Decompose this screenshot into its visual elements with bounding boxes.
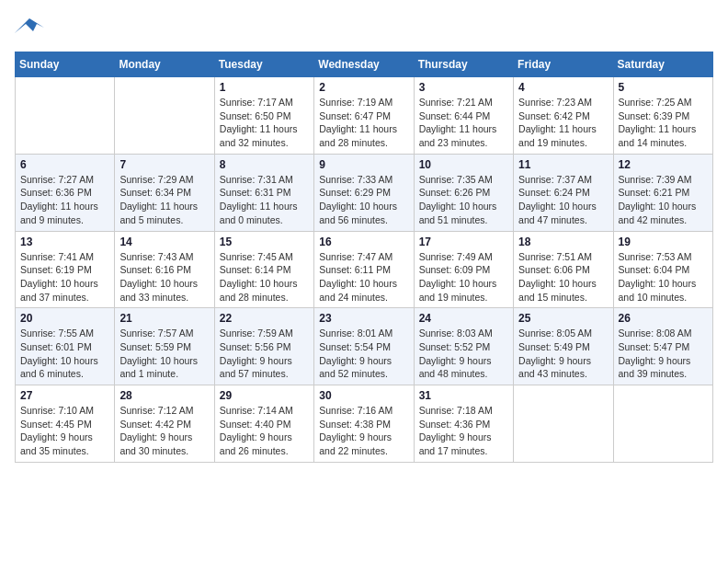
day-info: Sunrise: 7:21 AM Sunset: 6:44 PM Dayligh… [419, 96, 508, 150]
calendar-cell [514, 385, 613, 463]
calendar-cell: 20Sunrise: 7:55 AM Sunset: 6:01 PM Dayli… [16, 308, 115, 385]
calendar-cell [16, 77, 115, 155]
day-info: Sunrise: 7:57 AM Sunset: 5:59 PM Dayligh… [119, 327, 209, 381]
day-info: Sunrise: 7:39 AM Sunset: 6:21 PM Dayligh… [619, 173, 708, 227]
calendar-cell: 27Sunrise: 7:10 AM Sunset: 4:45 PM Dayli… [16, 385, 115, 463]
logo [15, 15, 48, 40]
day-number: 17 [419, 236, 508, 248]
day-number: 10 [419, 158, 508, 171]
calendar-cell: 30Sunrise: 7:16 AM Sunset: 4:38 PM Dayli… [314, 385, 414, 463]
calendar-week-row: 6Sunrise: 7:27 AM Sunset: 6:36 PM Daylig… [16, 154, 713, 231]
day-number: 29 [220, 389, 309, 402]
day-info: Sunrise: 7:59 AM Sunset: 5:56 PM Dayligh… [220, 327, 309, 381]
calendar-cell: 18Sunrise: 7:51 AM Sunset: 6:06 PM Dayli… [514, 231, 613, 308]
calendar-body: 1Sunrise: 7:17 AM Sunset: 6:50 PM Daylig… [16, 77, 713, 463]
calendar-cell: 21Sunrise: 7:57 AM Sunset: 5:59 PM Dayli… [115, 308, 214, 385]
calendar-cell: 8Sunrise: 7:31 AM Sunset: 6:31 PM Daylig… [214, 154, 313, 231]
day-info: Sunrise: 7:55 AM Sunset: 6:01 PM Dayligh… [20, 327, 109, 381]
calendar-cell: 15Sunrise: 7:45 AM Sunset: 6:14 PM Dayli… [214, 231, 313, 308]
calendar-cell: 4Sunrise: 7:23 AM Sunset: 6:42 PM Daylig… [514, 77, 613, 155]
calendar-cell: 28Sunrise: 7:12 AM Sunset: 4:42 PM Dayli… [115, 385, 214, 463]
calendar-cell: 19Sunrise: 7:53 AM Sunset: 6:04 PM Dayli… [613, 231, 712, 308]
col-saturday: Saturday [613, 52, 712, 77]
day-number: 19 [619, 236, 708, 248]
day-info: Sunrise: 7:16 AM Sunset: 4:38 PM Dayligh… [319, 404, 408, 458]
day-info: Sunrise: 8:05 AM Sunset: 5:49 PM Dayligh… [518, 327, 608, 381]
day-number: 4 [518, 81, 608, 94]
day-number: 13 [20, 236, 109, 248]
day-info: Sunrise: 7:33 AM Sunset: 6:29 PM Dayligh… [319, 173, 408, 227]
calendar-cell: 22Sunrise: 7:59 AM Sunset: 5:56 PM Dayli… [214, 308, 313, 385]
col-friday: Friday [514, 52, 613, 77]
day-number: 16 [319, 236, 408, 248]
day-info: Sunrise: 7:17 AM Sunset: 6:50 PM Dayligh… [220, 96, 309, 150]
day-number: 9 [319, 158, 408, 171]
calendar-week-row: 1Sunrise: 7:17 AM Sunset: 6:50 PM Daylig… [16, 77, 713, 155]
day-info: Sunrise: 7:23 AM Sunset: 6:42 PM Dayligh… [518, 96, 608, 150]
calendar-cell: 3Sunrise: 7:21 AM Sunset: 6:44 PM Daylig… [414, 77, 513, 155]
day-info: Sunrise: 7:25 AM Sunset: 6:39 PM Dayligh… [619, 96, 708, 150]
day-number: 11 [518, 158, 608, 171]
day-info: Sunrise: 7:27 AM Sunset: 6:36 PM Dayligh… [20, 173, 109, 227]
day-info: Sunrise: 7:41 AM Sunset: 6:19 PM Dayligh… [20, 250, 109, 304]
day-info: Sunrise: 7:14 AM Sunset: 4:40 PM Dayligh… [220, 404, 309, 458]
calendar-cell: 17Sunrise: 7:49 AM Sunset: 6:09 PM Dayli… [414, 231, 513, 308]
calendar-cell: 6Sunrise: 7:27 AM Sunset: 6:36 PM Daylig… [16, 154, 115, 231]
day-info: Sunrise: 7:18 AM Sunset: 4:36 PM Dayligh… [419, 404, 508, 458]
day-info: Sunrise: 7:51 AM Sunset: 6:06 PM Dayligh… [518, 250, 608, 304]
day-info: Sunrise: 7:45 AM Sunset: 6:14 PM Dayligh… [220, 250, 309, 304]
day-number: 15 [220, 236, 309, 248]
calendar-cell: 11Sunrise: 7:37 AM Sunset: 6:24 PM Dayli… [514, 154, 613, 231]
day-number: 24 [419, 312, 508, 325]
calendar-cell: 12Sunrise: 7:39 AM Sunset: 6:21 PM Dayli… [613, 154, 712, 231]
calendar-cell [613, 385, 712, 463]
calendar-cell: 7Sunrise: 7:29 AM Sunset: 6:34 PM Daylig… [115, 154, 214, 231]
col-sunday: Sunday [16, 52, 115, 77]
calendar-week-row: 20Sunrise: 7:55 AM Sunset: 6:01 PM Dayli… [16, 308, 713, 385]
day-info: Sunrise: 7:31 AM Sunset: 6:31 PM Dayligh… [220, 173, 309, 227]
calendar-week-row: 27Sunrise: 7:10 AM Sunset: 4:45 PM Dayli… [16, 385, 713, 463]
day-info: Sunrise: 7:53 AM Sunset: 6:04 PM Dayligh… [619, 250, 708, 304]
calendar-cell: 26Sunrise: 8:08 AM Sunset: 5:47 PM Dayli… [613, 308, 712, 385]
calendar-cell: 24Sunrise: 8:03 AM Sunset: 5:52 PM Dayli… [414, 308, 513, 385]
day-number: 23 [319, 312, 408, 325]
day-number: 31 [419, 389, 508, 402]
day-info: Sunrise: 7:47 AM Sunset: 6:11 PM Dayligh… [319, 250, 408, 304]
day-info: Sunrise: 7:12 AM Sunset: 4:42 PM Dayligh… [119, 404, 209, 458]
day-number: 5 [619, 81, 708, 94]
calendar-cell: 13Sunrise: 7:41 AM Sunset: 6:19 PM Dayli… [16, 231, 115, 308]
col-thursday: Thursday [414, 52, 513, 77]
day-number: 21 [119, 312, 209, 325]
day-info: Sunrise: 7:49 AM Sunset: 6:09 PM Dayligh… [419, 250, 508, 304]
calendar-cell: 2Sunrise: 7:19 AM Sunset: 6:47 PM Daylig… [314, 77, 414, 155]
page-header [15, 15, 713, 40]
calendar-cell: 16Sunrise: 7:47 AM Sunset: 6:11 PM Dayli… [314, 231, 414, 308]
calendar-cell: 1Sunrise: 7:17 AM Sunset: 6:50 PM Daylig… [214, 77, 313, 155]
header-row: Sunday Monday Tuesday Wednesday Thursday… [16, 52, 713, 77]
col-monday: Monday [115, 52, 214, 77]
calendar-cell: 31Sunrise: 7:18 AM Sunset: 4:36 PM Dayli… [414, 385, 513, 463]
col-wednesday: Wednesday [314, 52, 414, 77]
day-info: Sunrise: 8:03 AM Sunset: 5:52 PM Dayligh… [419, 327, 508, 381]
day-number: 28 [119, 389, 209, 402]
calendar-week-row: 13Sunrise: 7:41 AM Sunset: 6:19 PM Dayli… [16, 231, 713, 308]
day-info: Sunrise: 8:01 AM Sunset: 5:54 PM Dayligh… [319, 327, 408, 381]
svg-marker-0 [15, 18, 44, 33]
day-number: 26 [619, 312, 708, 325]
day-number: 1 [220, 81, 309, 94]
calendar-table: Sunday Monday Tuesday Wednesday Thursday… [15, 52, 713, 463]
day-info: Sunrise: 7:37 AM Sunset: 6:24 PM Dayligh… [518, 173, 608, 227]
day-number: 18 [518, 236, 608, 248]
day-info: Sunrise: 7:29 AM Sunset: 6:34 PM Dayligh… [119, 173, 209, 227]
day-info: Sunrise: 8:08 AM Sunset: 5:47 PM Dayligh… [619, 327, 708, 381]
day-info: Sunrise: 7:10 AM Sunset: 4:45 PM Dayligh… [20, 404, 109, 458]
logo-icon [15, 15, 44, 40]
calendar-cell [115, 77, 214, 155]
calendar-cell: 5Sunrise: 7:25 AM Sunset: 6:39 PM Daylig… [613, 77, 712, 155]
day-number: 22 [220, 312, 309, 325]
day-number: 14 [119, 236, 209, 248]
day-number: 8 [220, 158, 309, 171]
calendar-cell: 10Sunrise: 7:35 AM Sunset: 6:26 PM Dayli… [414, 154, 513, 231]
calendar-cell: 14Sunrise: 7:43 AM Sunset: 6:16 PM Dayli… [115, 231, 214, 308]
calendar-cell: 9Sunrise: 7:33 AM Sunset: 6:29 PM Daylig… [314, 154, 414, 231]
